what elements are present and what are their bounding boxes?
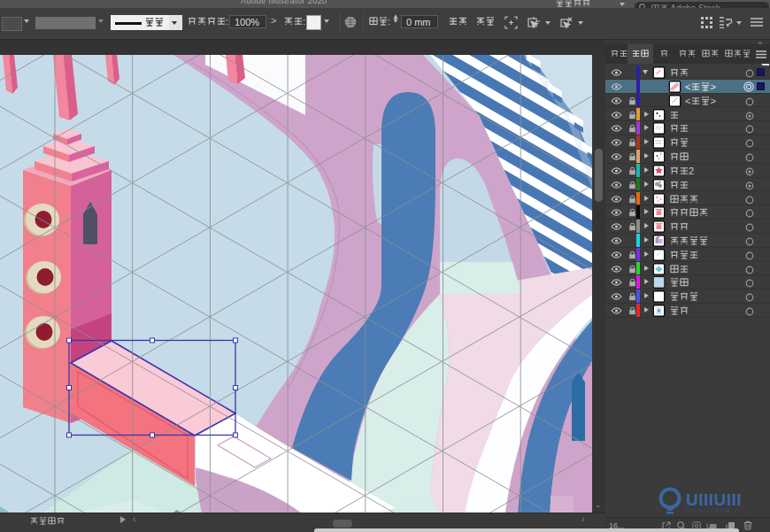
svg-text:U I I I U I I I . C O M: U I I I U I I I . C O M [687, 508, 730, 513]
svg-text:UIIIUIII: UIIIUIII [686, 490, 742, 509]
